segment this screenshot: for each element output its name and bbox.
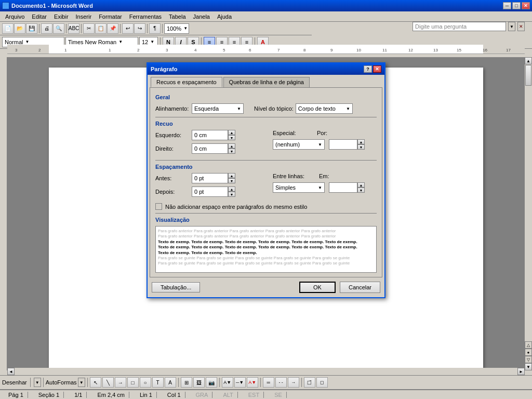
direito-input[interactable] [192, 143, 228, 154]
esquerdo-input[interactable] [192, 130, 228, 140]
por-spin-up[interactable]: ▲ [357, 139, 365, 144]
preview-line-1: Para grafo anterior Para grafo anterior … [158, 234, 374, 239]
ok-button[interactable]: OK [299, 282, 336, 293]
dialog-tabs: Recuos e espaçamento Quebras de linha e … [148, 75, 384, 87]
preview-box: Para grafo anterior Para grafo anterior … [155, 226, 377, 273]
topic-level-label: Nível do tópico: [254, 105, 294, 112]
por-label: Por: [317, 130, 327, 136]
paragraph-dialog: Parágrafo ? ✕ Recuos e espaçamento Quebr… [147, 62, 385, 298]
preview-line-5: Para grafo se guinte Para grafo se guint… [158, 256, 374, 261]
dialog-title: Parágrafo [151, 66, 177, 72]
direito-spin-down[interactable]: ▼ [228, 149, 235, 154]
checkbox-row: Não adicionar espaço entre parágrafos do… [155, 203, 377, 210]
preview-line-0: Para grafo anterior Para grafo anterior … [158, 229, 374, 234]
topic-level-dropdown[interactable]: Corpo de texto▼ [296, 103, 353, 114]
esquerdo-row: Esquerdo: ▲ ▼ [155, 130, 259, 140]
entre-linhas-dropdown[interactable]: Simples▼ [273, 182, 325, 193]
depois-input[interactable] [192, 187, 228, 197]
dialog-help-button[interactable]: ? [364, 65, 372, 73]
dialog-titlebar: Parágrafo ? ✕ [148, 63, 384, 75]
tab-quebras[interactable]: Quebras de linha e de página [223, 77, 310, 87]
no-space-checkbox[interactable] [155, 203, 162, 210]
especial-dropdown[interactable]: (nenhum)▼ [273, 139, 325, 150]
section-visualizacao-title: Visualização [155, 217, 377, 223]
entre-linhas-label: Entre linhas: [273, 173, 312, 179]
alignment-dropdown[interactable]: Esquerda▼ [192, 103, 244, 114]
antes-label: Antes: [155, 175, 192, 181]
checkbox-label: Não adicionar espaço entre parágrafos do… [165, 204, 307, 210]
alignment-label: Alinhamento: [155, 105, 192, 112]
depois-spin-up[interactable]: ▲ [228, 187, 235, 192]
especial-row: Especial: Por: [273, 130, 377, 136]
alignment-row: Alinhamento: Esquerda▼ Nível do tópico: … [155, 103, 377, 114]
dialog-close-button[interactable]: ✕ [373, 65, 381, 73]
section-geral-title: Geral [155, 94, 377, 100]
section-espacamento-title: Espaçamento [155, 164, 377, 170]
depois-row: Depois: ▲ ▼ [155, 187, 259, 197]
antes-input[interactable] [192, 173, 228, 183]
tabulacao-button[interactable]: Tabulação... [152, 282, 200, 292]
entre-linhas-row: Entre linhas: Em: [273, 173, 377, 179]
direito-label: Direito: [155, 145, 192, 152]
preview-line-3: Texto de exemp. Texto de exemp. Texto de… [158, 245, 374, 250]
antes-spin-up[interactable]: ▲ [228, 173, 235, 178]
em-spin-down[interactable]: ▼ [357, 188, 365, 193]
antes-spin-down[interactable]: ▼ [228, 178, 235, 183]
section-recuo-title: Recuo [155, 121, 377, 127]
esquerdo-spin-down[interactable]: ▼ [228, 135, 235, 140]
preview-line-4: Texto de exemp. Texto de exemp. Texto de… [158, 250, 374, 256]
tab-recuos[interactable]: Recuos e espaçamento [151, 77, 222, 87]
dialog-footer: Tabulação... OK Cancelar [148, 280, 384, 297]
esquerdo-label: Esquerdo: [155, 132, 192, 138]
especial-label: Especial: [273, 130, 301, 136]
em-spin-up[interactable]: ▲ [357, 182, 365, 188]
dialog-body: Geral Alinhamento: Esquerda▼ Nível do tó… [150, 87, 382, 277]
depois-label: Depois: [155, 189, 192, 195]
cancelar-button[interactable]: Cancelar [340, 282, 380, 293]
depois-spin-down[interactable]: ▼ [228, 192, 235, 197]
preview-line-2: Texto de exemp. Texto de exemp. Texto de… [158, 240, 374, 245]
dialog-overlay: Parágrafo ? ✕ Recuos e espaçamento Quebr… [0, 0, 532, 399]
direito-spin-up[interactable]: ▲ [228, 143, 235, 149]
esquerdo-spin-up[interactable]: ▲ [228, 130, 235, 135]
por-input[interactable] [329, 139, 357, 150]
antes-row: Antes: ▲ ▼ [155, 173, 259, 183]
direito-row: Direito: ▲ ▼ [155, 143, 259, 154]
em-label: Em: [319, 173, 329, 179]
preview-line-6: Para grafo se guinte Para grafo se guint… [158, 261, 374, 266]
por-spin-down[interactable]: ▼ [357, 144, 365, 150]
em-input[interactable] [329, 182, 357, 193]
